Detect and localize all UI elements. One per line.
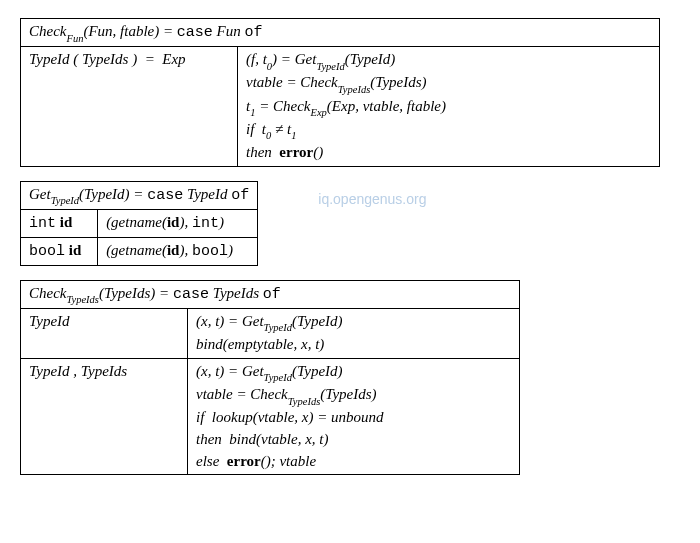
gettypeid-header: GetTypeId(TypeId) = case TypeId of — [21, 181, 258, 209]
checktypeids-rowA-left-text: TypeId — [29, 313, 70, 329]
checktypeids-rowA-left: TypeId — [21, 308, 188, 358]
checkfun-rhs-3: t1 = CheckExp(Exp, vtable, ftable) — [246, 96, 651, 119]
checkfun-lhs: TypeId ( TypeIds ) = Exp — [21, 47, 238, 167]
checkfun-rhs: (f, t0) = GetTypeId(TypeId) vtable = Che… — [238, 47, 660, 167]
gettypeid-row2-right-text: (getname(id), bool) — [106, 242, 233, 258]
checkfun-lhs-text: TypeId ( TypeIds ) = Exp — [29, 51, 186, 67]
checkfun-table: CheckFun(Fun, ftable) = case Fun of Type… — [20, 18, 660, 167]
gettypeid-row2-right: (getname(id), bool) — [98, 237, 258, 265]
checkfun-rhs-4: if t0 ≠ t1 — [246, 119, 651, 142]
watermark-text: iq.opengenus.org — [318, 191, 426, 207]
gettypeid-row1-right-text: (getname(id), int) — [106, 214, 224, 230]
checktypeids-rowB-r3: if lookup(vtable, x) = unbound — [196, 407, 511, 429]
gettypeid-row2-left-text: bool id — [29, 242, 81, 258]
checktypeids-rowB-r4: then bind(vtable, x, t) — [196, 429, 511, 451]
gettypeid-row2-left: bool id — [21, 237, 98, 265]
gettypeid-table: GetTypeId(TypeId) = case TypeId of int i… — [20, 181, 258, 266]
checktypeids-rowB-left: TypeId , TypeIds — [21, 358, 188, 475]
checktypeids-rowA-right: (x, t) = GetTypeId(TypeId) bind(emptytab… — [188, 308, 520, 358]
checktypeids-rowB-r5: else error(); vtable — [196, 451, 511, 473]
checkfun-rhs-1: (f, t0) = GetTypeId(TypeId) — [246, 49, 651, 72]
checktypeids-header-text: CheckTypeIds(TypeIds) = case TypeIds of — [29, 285, 281, 301]
gettypeid-header-text: GetTypeId(TypeId) = case TypeId of — [29, 186, 249, 202]
checkfun-rhs-2: vtable = CheckTypeIds(TypeIds) — [246, 72, 651, 95]
checktypeids-rowA-r1: (x, t) = GetTypeId(TypeId) — [196, 311, 511, 334]
gettypeid-row1-right: (getname(id), int) — [98, 210, 258, 238]
gettypeid-row1-left: int id — [21, 210, 98, 238]
checkfun-rhs-5: then error() — [246, 142, 651, 164]
checktypeids-rowB-r1: (x, t) = GetTypeId(TypeId) — [196, 361, 511, 384]
checkfun-header: CheckFun(Fun, ftable) = case Fun of — [21, 19, 660, 47]
checkfun-header-text: CheckFun(Fun, ftable) = case Fun of — [29, 23, 263, 39]
checktypeids-rowB-left-text: TypeId , TypeIds — [29, 363, 127, 379]
checktypeids-table: CheckTypeIds(TypeIds) = case TypeIds of … — [20, 280, 520, 476]
checktypeids-rowA-r2: bind(emptytable, x, t) — [196, 334, 511, 356]
checktypeids-rowB-r2: vtable = CheckTypeIds(TypeIds) — [196, 384, 511, 407]
gettypeid-row1-left-text: int id — [29, 214, 72, 230]
checktypeids-header: CheckTypeIds(TypeIds) = case TypeIds of — [21, 280, 520, 308]
checktypeids-rowB-right: (x, t) = GetTypeId(TypeId) vtable = Chec… — [188, 358, 520, 475]
